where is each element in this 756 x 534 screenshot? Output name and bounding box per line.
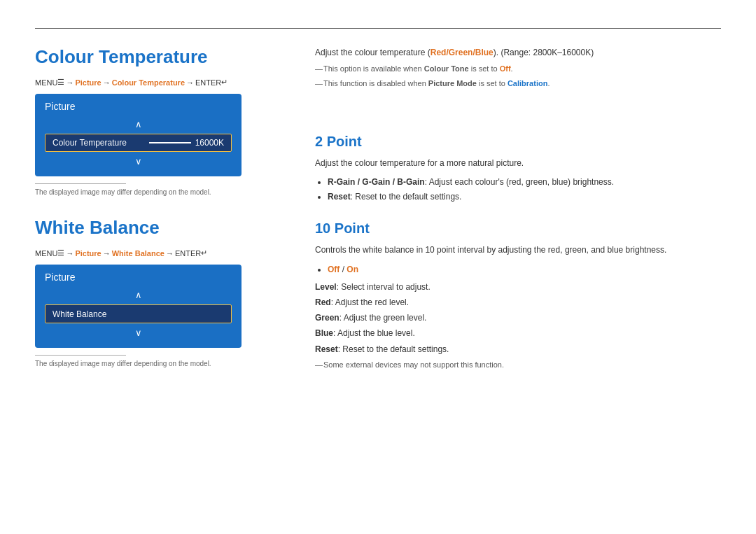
arrow2: → [103,78,111,87]
path-wb: White Balance [112,249,164,258]
picture-mode-bold: Picture Mode [428,79,477,87]
ten-point-on-off-list: Off / On [328,263,721,276]
colour-temperature-section: Colour Temperature MENU☰→Picture→Colour … [35,46,273,196]
detail-blue: Blue: Adjust the blue level. [315,327,721,340]
arrow3-wb: → [166,249,174,258]
arrow1-wb: → [66,249,74,258]
page-container: Colour Temperature MENU☰→Picture→Colour … [0,0,756,390]
bullet-gain: R-Gain / G-Gain / B-Gain: Adjust each co… [328,176,721,188]
ct-row-value: 16000K [149,138,224,148]
top-divider [35,28,721,29]
ct-note2: This function is disabled when Picture M… [315,78,721,90]
two-point-title: 2 Point [315,134,721,150]
wb-menu-path: MENU☰→Picture→White Balance→ENTER↵ [35,248,273,258]
arrow1: → [66,78,74,87]
chevron-down-ct: ∨ [45,156,232,167]
on-option: On [346,265,358,274]
menu-symbol: ☰ [57,78,64,87]
monitor-header-wb: Picture [45,272,232,284]
green-bold: Green [315,313,340,323]
calibration-value: Calibration [507,79,547,87]
path-picture-2: Picture [75,249,101,258]
main-layout: Colour Temperature MENU☰→Picture→Colour … [35,46,721,369]
white-balance-section: White Balance MENU☰→Picture→White Balanc… [35,217,273,367]
enter-label-wb: ENTER [175,249,201,258]
wb-row: White Balance [45,304,232,323]
detail-red: Red: Adjust the red level. [315,296,721,309]
path-colour-temp: Colour Temperature [112,78,185,87]
wb-note: The displayed image may differ depending… [35,360,273,367]
ct-highlight: Red/Green/Blue [430,48,493,57]
right-spacer [315,92,721,134]
wb-monitor: Picture ∧ White Balance ∨ [35,265,241,348]
ten-point-title: 10 Point [315,220,721,237]
gain-bold: R-Gain / G-Gain / B-Gain [328,177,425,187]
blue-bold: Blue [315,328,333,338]
off-value: Off [500,64,511,73]
ct-note-divider [35,183,126,184]
colour-temp-menu-path: MENU☰→Picture→Colour Temperature→ENTER↵ [35,78,273,87]
ct-note: The displayed image may differ depending… [35,188,273,196]
enter-symbol: ↵ [221,78,227,87]
ct-value-text: 16000K [195,138,224,148]
detail-level: Level: Select interval to adjust. [315,281,721,294]
two-point-bullets: R-Gain / G-Gain / B-Gain: Adjust each co… [328,176,721,203]
colour-temperature-title: Colour Temperature [35,46,273,68]
detail-reset: Reset: Reset to the default settings. [315,343,721,356]
left-column: Colour Temperature MENU☰→Picture→Colour … [35,46,301,369]
red-bold: Red [315,297,331,307]
chevron-down-wb: ∨ [45,328,232,338]
chevron-up-wb: ∧ [45,290,232,300]
ten-point-on-off: Off / On [328,263,721,276]
right-column: Adjust the colour temperature (Red/Green… [301,46,721,369]
two-point-desc: Adjust the colour temperature for a more… [315,157,721,170]
monitor-header-ct: Picture [45,101,232,113]
off-option: Off [328,265,340,274]
menu-symbol-wb: ☰ [57,248,64,258]
section-divider [35,196,273,217]
chevron-up-ct: ∧ [45,119,232,129]
enter-label: ENTER [195,78,221,87]
ct-right-desc: Adjust the colour temperature (Red/Green… [315,46,721,59]
arrow3: → [186,78,194,87]
reset-bold-10pt: Reset [315,344,338,354]
menu-prefix: MENU [35,78,57,87]
colour-temp-monitor: Picture ∧ Colour Temperature 16000K ∨ [35,94,241,176]
level-bold: Level [315,282,337,292]
detail-green: Green: Adjust the green level. [315,311,721,325]
white-balance-title: White Balance [35,217,273,239]
ct-row-label: Colour Temperature [52,138,127,148]
reset-bold-2pt: Reset [328,192,351,202]
ten-point-desc: Controls the white balance in 10 point i… [315,244,721,257]
enter-symbol-wb: ↵ [201,248,207,258]
wb-note-divider [35,355,126,356]
colour-tone-bold: Colour Tone [424,64,469,73]
colour-temp-row: Colour Temperature 16000K [45,134,232,152]
path-picture-1: Picture [75,78,101,87]
ct-slider [149,142,191,143]
wb-row-label: White Balance [52,309,106,319]
arrow2-wb: → [103,249,111,258]
bullet-reset-2pt: Reset: Reset to the default settings. [328,190,721,203]
ct-note1: This option is available when Colour Ton… [315,63,721,75]
ten-point-note: Some external devices may not support th… [315,360,721,369]
menu-prefix-wb: MENU [35,249,57,258]
